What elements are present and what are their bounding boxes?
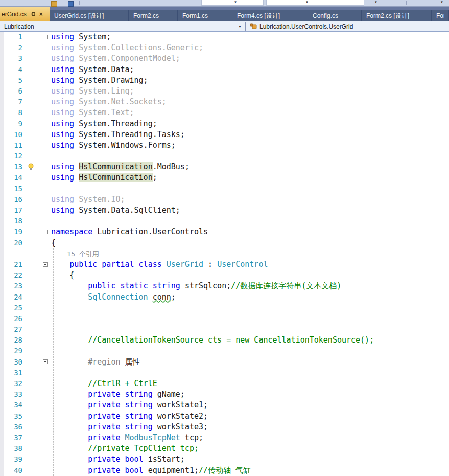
- indicator-margin[interactable]: [0, 238, 4, 248]
- indicator-margin[interactable]: [0, 324, 4, 335]
- indicator-margin[interactable]: [0, 32, 4, 42]
- code-line[interactable]: 10using System.Threading.Tasks;: [0, 129, 449, 140]
- indicator-margin[interactable]: [0, 259, 4, 270]
- indicator-margin[interactable]: [0, 119, 4, 129]
- document-tab[interactable]: UserGrid.cs [设计]: [50, 10, 129, 21]
- code-line[interactable]: 2using System.Collections.Generic;: [0, 42, 449, 53]
- code-line[interactable]: 21 public partial class UserGrid : UserC…: [0, 259, 449, 270]
- outlining-margin[interactable]: [39, 357, 51, 368]
- indicator-margin[interactable]: [0, 454, 4, 465]
- code-line[interactable]: 9using System.Threading;: [0, 119, 449, 129]
- code-line[interactable]: 25: [0, 303, 449, 313]
- outlining-margin[interactable]: [39, 259, 51, 270]
- code-line[interactable]: 4using System.Data;: [0, 64, 449, 75]
- document-tab[interactable]: For: [432, 10, 449, 21]
- code-line[interactable]: 18: [0, 216, 449, 226]
- indicator-margin[interactable]: [0, 422, 4, 433]
- toolbar-combobox[interactable]: [266, 0, 364, 6]
- indicator-margin[interactable]: [0, 313, 4, 324]
- indicator-margin[interactable]: [0, 433, 4, 443]
- toolbar-icon-fragment[interactable]: [68, 1, 74, 7]
- indicator-margin[interactable]: [0, 357, 4, 368]
- code-line[interactable]: 28 //CancellationTokenSource cts = new C…: [0, 335, 449, 346]
- code-line[interactable]: 1using System;: [0, 32, 449, 42]
- close-icon[interactable]: ×: [39, 11, 43, 17]
- code-line[interactable]: 16using System.IO;: [0, 194, 449, 205]
- indicator-margin[interactable]: [0, 270, 4, 281]
- indicator-margin[interactable]: [0, 97, 4, 107]
- code-line[interactable]: 31: [0, 368, 449, 378]
- collapse-box-icon[interactable]: [43, 230, 48, 234]
- indicator-margin[interactable]: [0, 292, 4, 303]
- chevron-down-icon[interactable]: ▼: [374, 1, 377, 4]
- code-line[interactable]: 23 public static string strSqlcon;//数据库连…: [0, 281, 449, 291]
- code-line[interactable]: 17using System.Data.SqlClient;: [0, 205, 449, 216]
- outlining-margin[interactable]: [39, 32, 51, 42]
- indicator-margin[interactable]: [0, 162, 4, 172]
- code-line[interactable]: 24 SqlConnection conn;: [0, 292, 449, 303]
- code-line[interactable]: 37 private ModbusTcpNet tcp;: [0, 433, 449, 443]
- member-dropdown[interactable]: Lubrication.UserControls.UserGrid: [246, 21, 449, 31]
- indicator-margin[interactable]: [0, 226, 4, 237]
- indicator-margin[interactable]: [0, 303, 4, 313]
- indicator-margin[interactable]: [0, 205, 4, 216]
- chevron-down-icon[interactable]: ▼: [440, 1, 443, 4]
- indicator-margin[interactable]: [0, 346, 4, 356]
- document-tab[interactable]: Form2.cs [设计]: [362, 10, 432, 21]
- codelens-row[interactable]: 15 个引用: [0, 248, 449, 259]
- toolbar-icon-fragment[interactable]: [51, 1, 57, 7]
- document-tab[interactable]: Form1.cs: [178, 10, 232, 21]
- code-line[interactable]: 38 //private TcpClient tcp;: [0, 443, 449, 454]
- indicator-margin[interactable]: [0, 151, 4, 162]
- indicator-margin[interactable]: [0, 64, 4, 75]
- indicator-margin[interactable]: [0, 53, 4, 64]
- pin-icon[interactable]: [30, 11, 36, 17]
- code-line[interactable]: 19namespace Lubrication.UserControls: [0, 226, 449, 237]
- indicator-margin[interactable]: [0, 465, 4, 476]
- code-line[interactable]: 29: [0, 346, 449, 356]
- code-line[interactable]: 7using System.Net.Sockets;: [0, 97, 449, 107]
- code-line[interactable]: 30 #region 属性: [0, 357, 449, 368]
- collapse-box-icon[interactable]: [43, 262, 48, 267]
- indicator-margin[interactable]: [0, 248, 4, 259]
- outlining-margin[interactable]: [39, 226, 51, 237]
- code-line[interactable]: 39 private bool isStart;: [0, 454, 449, 465]
- document-tab[interactable]: Form4.cs [设计]: [232, 10, 308, 21]
- code-line[interactable]: 32 //CtrlR + CtrlE: [0, 378, 449, 389]
- code-line[interactable]: 35 private string workState2;: [0, 411, 449, 422]
- indicator-margin[interactable]: [0, 107, 4, 118]
- document-tab[interactable]: Config.cs: [308, 10, 362, 21]
- chevron-down-icon[interactable]: ▼: [238, 25, 242, 28]
- code-editor[interactable]: 1using System;2using System.Collections.…: [0, 32, 449, 476]
- indicator-margin[interactable]: [0, 378, 4, 389]
- indicator-margin[interactable]: [0, 172, 4, 183]
- code-line[interactable]: 5using System.Drawing;: [0, 75, 449, 86]
- lightbulb-icon[interactable]: [23, 162, 39, 172]
- indicator-margin[interactable]: [0, 140, 4, 151]
- indicator-margin[interactable]: [0, 411, 4, 422]
- indicator-margin[interactable]: [0, 129, 4, 140]
- code-line[interactable]: 22 {: [0, 270, 449, 281]
- project-dropdown[interactable]: Lubrication ▼: [0, 21, 245, 31]
- code-line[interactable]: 27: [0, 324, 449, 335]
- code-line[interactable]: 40 private bool equipment1;//传动轴 气缸: [0, 465, 449, 476]
- indicator-margin[interactable]: [0, 443, 4, 454]
- indicator-margin[interactable]: [0, 194, 4, 205]
- indicator-margin[interactable]: [0, 281, 4, 291]
- document-tab[interactable]: Form2.cs: [129, 10, 178, 21]
- code-line[interactable]: 34 private string workState1;: [0, 400, 449, 411]
- toolbar-combobox[interactable]: [201, 0, 264, 6]
- chevron-down-icon[interactable]: ▼: [305, 1, 309, 4]
- code-line[interactable]: 11using System.Windows.Forms;: [0, 140, 449, 151]
- indicator-margin[interactable]: [0, 216, 4, 226]
- chevron-down-icon[interactable]: ▼: [234, 1, 237, 4]
- indicator-margin[interactable]: [0, 389, 4, 400]
- code-line[interactable]: 6using System.Linq;: [0, 86, 449, 97]
- indicator-margin[interactable]: [0, 335, 4, 346]
- collapse-box-icon[interactable]: [43, 35, 48, 39]
- code-line[interactable]: 14using HslCommunication;: [0, 172, 449, 183]
- document-tab[interactable]: erGrid.cs×: [0, 7, 50, 21]
- code-line[interactable]: 3using System.ComponentModel;: [0, 53, 449, 64]
- code-line[interactable]: 33 private string gName;: [0, 389, 449, 400]
- code-line[interactable]: 26: [0, 313, 449, 324]
